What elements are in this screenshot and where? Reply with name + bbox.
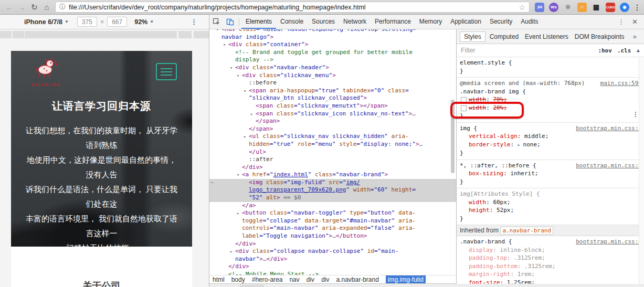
media-query-segment[interactable] — [178, 31, 192, 38]
browser-menu-icon[interactable]: ⋮ — [634, 3, 641, 12]
ws-extension-icon[interactable]: Ws — [549, 3, 558, 12]
code-line[interactable]: label="Toggle navigation">…</button> — [209, 232, 456, 240]
css-property[interactable]: display: inline-block; — [460, 246, 642, 254]
stylesheet-link[interactable]: bootstrap.min.css:6 — [576, 162, 642, 170]
filter-input[interactable]: Filter — [461, 47, 476, 54]
device-toolbar-menu-icon[interactable]: ⋮ — [191, 18, 197, 26]
sidebar-tab-styles[interactable]: Styles — [460, 31, 485, 42]
inherited-selector-chip[interactable]: a.navbar-brand — [500, 227, 553, 235]
sidebar-tab-dom-breakpoints[interactable]: DOM Breakpoints — [575, 33, 625, 40]
css-property[interactable]: box-sizing: inherit; — [460, 169, 642, 178]
tab-audits[interactable]: Audits — [516, 15, 542, 29]
back-icon[interactable]: ← — [3, 1, 16, 14]
devtools-close-icon[interactable]: ✕ — [632, 18, 638, 26]
device-mode-icon[interactable] — [223, 15, 237, 29]
stylesheet-link[interactable]: main.css:598 — [600, 79, 642, 88]
code-line[interactable]: toggle="collapse" data-target="#main-nav… — [209, 217, 456, 225]
css-property[interactable]: border-style: ▸ none; — [460, 141, 642, 150]
tab-console[interactable]: Console — [276, 15, 308, 29]
breadcrumb-item[interactable]: div — [307, 276, 314, 283]
forward-icon[interactable]: → — [16, 1, 28, 14]
cors-extension-icon[interactable]: CORS — [606, 3, 615, 12]
expand-arrow-icon[interactable]: ▾ — [237, 72, 242, 80]
collapse-arrow-icon[interactable]: ▸ — [237, 209, 242, 217]
code-line[interactable]: ▾<div class="container"> — [209, 41, 456, 49]
expand-arrow-icon[interactable]: ▾ — [216, 29, 221, 34]
blue-extension-icon[interactable]: ◉ — [620, 3, 629, 12]
code-line[interactable]: ▾<div class="navbar-header"> — [209, 64, 456, 72]
media-query-segment[interactable] — [194, 31, 209, 38]
css-property[interactable]: width: 60px; — [460, 198, 642, 207]
elements-scrollbar[interactable] — [451, 100, 455, 173]
code-line[interactable]: <span class="slicknav_menutxt"></span> — [209, 102, 456, 110]
css-property[interactable]: width: 20%; — [460, 104, 642, 112]
css-property[interactable]: height: 52px; — [460, 206, 642, 215]
reload-icon[interactable]: ↻ — [28, 1, 41, 14]
rule-menu-icon[interactable]: ⋮ — [632, 111, 639, 119]
code-line[interactable]: </ul> — [209, 148, 456, 156]
code-line[interactable]: "slicknav_btn slicknav_collapsed"> — [209, 94, 456, 102]
react-devtools-icon-icon[interactable]: ⚛ — [563, 3, 573, 12]
console-drawer-edge[interactable] — [209, 283, 644, 287]
code-line[interactable]: controls="main-navbar" aria-expanded="fa… — [209, 225, 456, 232]
code-line[interactable]: </span> — [209, 125, 456, 133]
code-line[interactable]: ▸<button class="navbar-toggler" type="bu… — [209, 209, 456, 217]
code-line[interactable]: ▾<nav class="navbar navbar-expand-lg fix… — [209, 29, 456, 34]
expand-arrow-icon[interactable]: ▾ — [230, 64, 235, 72]
css-property[interactable]: padding-top: .3125rem; — [460, 254, 642, 262]
url-text[interactable]: file:///Users/crifan/dev/dev_root/compan… — [69, 4, 366, 11]
css-property[interactable]: vertical-align: middle; — [460, 132, 642, 141]
code-line[interactable]: ▸<ul class="slicknav_nav slicknav_hidden… — [209, 133, 456, 141]
site-logo[interactable]: NATURLING — [28, 57, 65, 87]
device-select[interactable]: iPhone 6/7/8 — [24, 18, 62, 26]
code-line[interactable]: </a> — [209, 202, 456, 210]
home-icon[interactable]: ⌂ — [40, 1, 53, 14]
rule-selector[interactable]: img[Attributes Style] { — [460, 190, 642, 198]
zoom-select[interactable]: 92% — [134, 18, 147, 26]
expand-longhand-icon[interactable]: ▸ — [518, 142, 523, 147]
more-sidebar-tabs-icon[interactable]: » — [633, 33, 644, 40]
css-property[interactable]: font-size: 1.25rem; — [460, 279, 642, 284]
sidebar-tab-computed[interactable]: Computed — [490, 33, 519, 40]
media-query-segment[interactable] — [0, 31, 12, 38]
device-width-input[interactable] — [77, 17, 97, 27]
tab-application[interactable]: Application — [446, 15, 485, 29]
tab-security[interactable]: Security — [485, 15, 516, 29]
code-line[interactable]: </span> — [209, 118, 456, 125]
url-bar[interactable]: ⓘ file:///Users/crifan/dev/dev_root/comp… — [55, 2, 530, 13]
bookmark-star-icon[interactable]: ☆ — [519, 3, 525, 12]
rule-selector[interactable]: element.style { — [460, 59, 642, 67]
breadcrumb-item[interactable]: img.img-fulid — [386, 275, 426, 284]
cls-toggle[interactable]: .cls — [617, 47, 631, 54]
rule-selector[interactable]: .navbar-brand img { — [460, 88, 642, 96]
code-line[interactable]: hidden="true" role="menu" style="display… — [209, 141, 456, 148]
media-query-segment[interactable] — [13, 31, 24, 38]
code-line[interactable]: </div> — [209, 240, 456, 248]
tab-sources[interactable]: Sources — [308, 15, 339, 29]
breadcrumb-item[interactable]: body — [231, 276, 245, 283]
code-line[interactable]: ▸<span class="slicknav_icon slicknav_no-… — [209, 110, 456, 118]
css-property[interactable]: padding-bottom: .3125rem; — [460, 262, 642, 271]
tab-performance[interactable]: Performance — [371, 15, 415, 29]
code-line[interactable]: ⋯<img class="img-fulid" src="img/ — [209, 179, 456, 187]
devtools-menu-icon[interactable]: ⋮ — [618, 18, 625, 26]
stylesheet-link[interactable]: bootstrap.min.css:6 — [576, 238, 642, 246]
property-checkbox[interactable] — [461, 97, 467, 103]
mobile-menu-button[interactable] — [156, 63, 177, 80]
css-property[interactable]: margin-right: 1rem; — [460, 270, 642, 279]
code-line[interactable]: navbar">…</div> — [209, 256, 456, 263]
sidebar-tab-event-listeners[interactable]: Event Listeners — [525, 33, 568, 40]
new-style-rule-button[interactable]: + — [636, 47, 640, 54]
code-line[interactable]: ::after — [209, 156, 456, 164]
styles-scrollbar[interactable] — [639, 58, 644, 284]
code-line[interactable]: ▾<span aria-haspopup="true" tabindex="0"… — [209, 87, 456, 95]
breadcrumb-item[interactable]: html — [213, 276, 225, 283]
collapse-arrow-icon[interactable]: ▸ — [230, 248, 235, 256]
code-line[interactable]: <!-- Brand and toggle get grouped for be… — [209, 49, 456, 57]
code-line[interactable]: ▸<div class="collapse navbar-collapse" i… — [209, 248, 456, 256]
code-line[interactable]: ▾<a href="index.html" class="navbar-bran… — [209, 171, 456, 179]
expand-arrow-icon[interactable]: ▾ — [244, 87, 249, 95]
tab-memory[interactable]: Memory — [415, 15, 446, 29]
code-line[interactable]: </div> — [209, 263, 456, 271]
media-query-segment[interactable] — [25, 31, 177, 38]
